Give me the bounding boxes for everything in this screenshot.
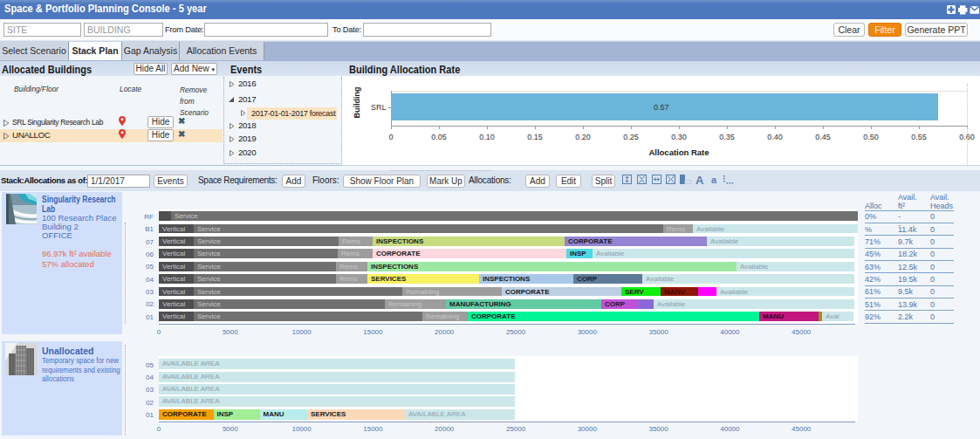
svg-text:A: A: [696, 175, 704, 186]
svg-text:a: a: [711, 175, 717, 185]
